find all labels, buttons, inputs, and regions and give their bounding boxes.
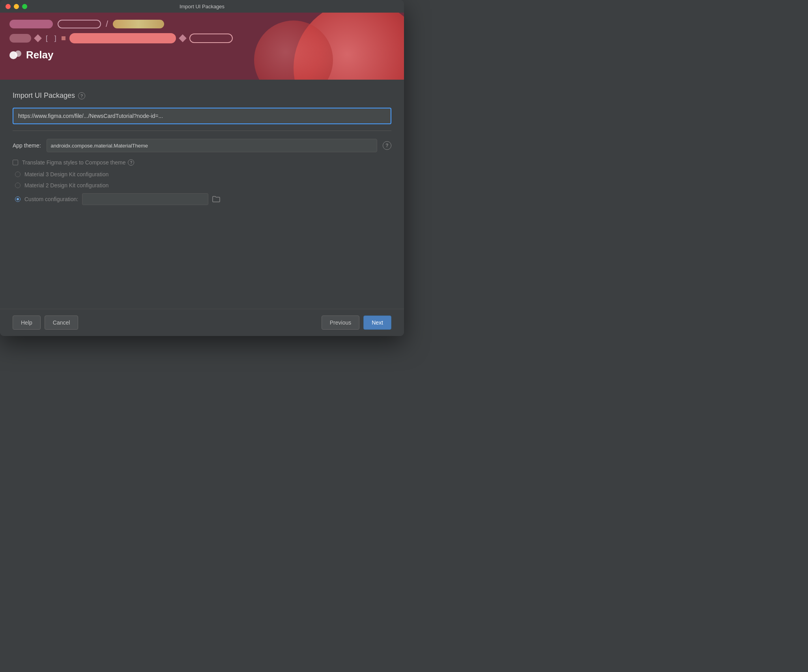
deco-bar-outline: [58, 20, 101, 28]
deco-bar-outline-small: [189, 34, 233, 43]
minimize-button[interactable]: [14, 4, 19, 9]
relay-logo-icon: [9, 50, 22, 60]
deco-row-1: /: [9, 19, 395, 29]
footer-left-buttons: Help Cancel: [13, 315, 78, 330]
deco-slash-icon: /: [106, 19, 108, 29]
main-content: Import UI Packages ? App theme: ? Transl…: [0, 80, 404, 309]
app-theme-label: App theme:: [13, 142, 41, 149]
custom-config-input[interactable]: [82, 193, 208, 205]
deco-small-bar: [9, 34, 31, 43]
radio-custom-config[interactable]: [15, 196, 21, 202]
translate-help-icon[interactable]: ?: [128, 159, 134, 166]
maximize-button[interactable]: [22, 4, 27, 9]
translate-checkbox-row[interactable]: Translate Figma styles to Compose theme …: [13, 159, 391, 166]
custom-config-label: Custom configuration:: [24, 196, 78, 202]
folder-browse-icon[interactable]: [212, 196, 220, 202]
radio-material3-label: Material 3 Design Kit configuration: [24, 171, 108, 177]
hero-banner: / [ ] Relay: [0, 13, 404, 80]
relay-logo-text: Relay: [26, 49, 53, 61]
window-controls[interactable]: [6, 4, 27, 9]
divider: [13, 131, 391, 131]
help-button[interactable]: Help: [13, 315, 41, 330]
app-theme-row: App theme: ?: [13, 139, 391, 152]
relay-logo: Relay: [9, 49, 395, 61]
close-button[interactable]: [6, 4, 11, 9]
title-bar: Import UI Packages: [0, 0, 404, 13]
section-help-icon[interactable]: ?: [78, 92, 85, 99]
cancel-button[interactable]: Cancel: [45, 315, 79, 330]
deco-bracket-icon: [ ]: [45, 34, 58, 43]
deco-diamond-2-icon: [179, 34, 187, 42]
deco-bar-salmon: [69, 33, 176, 43]
deco-bar-pink: [9, 20, 53, 28]
radio-material2-row[interactable]: Material 2 Design Kit configuration: [13, 182, 391, 189]
svg-point-1: [15, 50, 21, 57]
app-theme-input[interactable]: [47, 139, 377, 152]
figma-url-input[interactable]: [13, 108, 391, 124]
window-title: Import UI Packages: [180, 4, 224, 9]
deco-row-2: [ ]: [9, 33, 395, 43]
radio-material2-label: Material 2 Design Kit configuration: [24, 182, 108, 189]
radio-material3-row[interactable]: Material 3 Design Kit configuration: [13, 171, 391, 177]
radio-material3[interactable]: [15, 172, 21, 177]
radio-material2[interactable]: [15, 183, 21, 188]
theme-help-icon[interactable]: ?: [383, 141, 391, 150]
section-title-text: Import UI Packages: [13, 91, 75, 100]
deco-square-icon: [62, 36, 65, 40]
section-title-row: Import UI Packages ?: [13, 91, 391, 100]
previous-button[interactable]: Previous: [322, 315, 359, 330]
deco-diamond-icon: [34, 34, 42, 42]
deco-bar-gradient: [113, 20, 164, 28]
translate-checkbox[interactable]: [13, 160, 18, 165]
next-button[interactable]: Next: [363, 315, 391, 330]
footer: Help Cancel Previous Next: [0, 309, 404, 336]
custom-config-row: Custom configuration:: [13, 193, 391, 205]
footer-right-buttons: Previous Next: [322, 315, 391, 330]
translate-checkbox-label: Translate Figma styles to Compose theme …: [22, 159, 134, 166]
